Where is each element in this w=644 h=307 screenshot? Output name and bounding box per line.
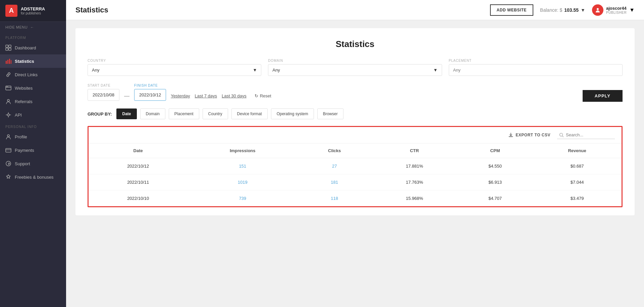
card-title: Statistics [88,39,623,49]
hide-menu-button[interactable]: HIDE MENU ← [0,22,66,33]
domain-label: DOMAIN [268,59,442,62]
cell-cpm: $4.550 [458,158,533,174]
cell-impressions: 1019 [187,174,298,190]
sidebar-item-statistics-label: Statistics [15,59,34,64]
balance-chevron-icon: ▼ [581,7,585,13]
search-box[interactable] [557,131,615,139]
group-tab-date[interactable]: Date [116,108,137,119]
svg-point-13 [7,99,9,101]
reset-label: Reset [260,93,271,98]
sidebar-item-freebies[interactable]: Freebies & bonuses [0,170,66,184]
sidebar-item-referrals-label: Referrals [15,99,33,104]
svg-point-11 [6,86,7,87]
main-area: Statistics ADD WEBSITE Balance: $ 103.55… [66,0,644,307]
cell-impressions: 739 [187,190,298,207]
group-tab-country[interactable]: Country [203,108,228,119]
svg-point-14 [7,114,9,116]
hide-menu-label: HIDE MENU [5,25,28,29]
table-row: 2022/10/10 739 118 15.968% $4.707 $3.479 [89,190,622,207]
country-select[interactable]: Any ▼ [88,64,261,76]
group-tab-domain[interactable]: Domain [140,108,165,119]
domain-select[interactable]: Any ▼ [268,64,442,76]
sidebar-item-support[interactable]: Support [0,157,66,170]
user-area[interactable]: ajoscor44 PUBLISHER ▼ [592,4,635,16]
cell-revenue: $7.044 [533,174,622,190]
svg-rect-5 [9,48,11,50]
search-icon [559,133,564,137]
svg-rect-7 [7,60,8,64]
personal-section-label: PERSONAL INFO [0,122,66,130]
table-toolbar: EXPORT TO CSV [89,127,622,143]
group-by-label: GROUP BY: [88,112,112,117]
svg-rect-2 [6,45,8,47]
apply-button[interactable]: APPLY [583,90,623,102]
filters-row-1: COUNTRY Any ▼ DOMAIN Any ▼ PLACEMENT [88,59,623,76]
statistics-table-wrapper: EXPORT TO CSV Date Impressio [88,126,623,207]
add-website-button[interactable]: ADD WEBSITE [490,4,534,16]
sidebar-item-dashboard[interactable]: Dashboard [0,41,66,54]
export-icon [508,132,514,138]
last30-link[interactable]: Last 30 days [222,93,247,98]
user-avatar [592,4,603,16]
col-impressions: Impressions [187,143,298,158]
group-tab-device-format[interactable]: Device format [231,108,268,119]
yesterday-link[interactable]: Yesterday [171,93,190,98]
sidebar-item-direct-links-label: Direct Links [15,72,38,77]
payments-icon [5,147,11,153]
date-range-dash: — [124,93,129,99]
cell-ctr: 15.968% [371,190,458,207]
sidebar-item-websites-label: Websites [15,86,33,91]
svg-text:A: A [9,7,14,14]
sidebar-item-statistics[interactable]: Statistics [0,54,66,68]
svg-rect-16 [6,148,11,152]
sidebar-item-websites[interactable]: Websites [0,81,66,95]
svg-rect-8 [9,59,10,64]
sidebar-item-support-label: Support [15,161,30,166]
svg-rect-4 [6,48,8,50]
group-tab-placement[interactable]: Placement [169,108,199,119]
sidebar-item-referrals[interactable]: Referrals [0,95,66,108]
statistics-card: Statistics COUNTRY Any ▼ DOMAIN Any ▼ [75,28,635,215]
dates-row: START DATE 2022/10/08 — FINISH DATE 2022… [88,83,623,102]
logo-area: A ADSTERRA for publishers [0,0,66,22]
referrals-icon [5,98,11,104]
finish-date-input[interactable]: 2022/10/12 [134,89,166,101]
sidebar-item-dashboard-label: Dashboard [15,45,36,50]
start-date-input[interactable]: 2022/10/08 [88,89,119,101]
table-row: 2022/10/12 151 27 17.881% $4.550 $0.687 [89,158,622,174]
start-date-label: START DATE [88,84,119,87]
reset-button[interactable]: ↻ Reset [255,93,271,98]
cell-cpm: $4.707 [458,190,533,207]
search-input[interactable] [566,132,613,137]
arrow-left-icon: ← [30,25,34,29]
finish-date-group: FINISH DATE 2022/10/12 [134,84,166,101]
topbar-right: ADD WEBSITE Balance: $ 103.55 ▼ ajoscor4… [490,4,635,16]
svg-point-12 [7,86,8,87]
group-tab-browser[interactable]: Browser [317,108,343,119]
country-value: Any [92,68,99,73]
cell-clicks: 27 [298,158,371,174]
page-title: Statistics [75,6,490,14]
country-filter-group: COUNTRY Any ▼ [88,59,261,76]
cell-date: 2022/10/12 [89,158,187,174]
col-revenue: Revenue [533,143,622,158]
export-csv-button[interactable]: EXPORT TO CSV [508,132,550,138]
balance-area[interactable]: Balance: $ 103.55 ▼ [540,7,585,13]
websites-icon [5,85,11,91]
freebies-icon [5,174,11,180]
sidebar-item-api[interactable]: API [0,108,66,122]
placement-input[interactable] [449,64,623,76]
sidebar-item-profile[interactable]: Profile [0,130,66,143]
cell-clicks: 181 [298,174,371,190]
cell-impressions: 151 [187,158,298,174]
sidebar-item-payments[interactable]: Payments [0,143,66,157]
sidebar-item-direct-links[interactable]: Direct Links [0,68,66,81]
group-tab-os[interactable]: Operating system [271,108,314,119]
domain-filter-group: DOMAIN Any ▼ [268,59,442,76]
group-by-row: GROUP BY: Date Domain Placement Country … [88,108,623,119]
start-date-group: START DATE 2022/10/08 [88,84,119,101]
topbar: Statistics ADD WEBSITE Balance: $ 103.55… [66,0,644,20]
domain-chevron-icon: ▼ [433,68,438,73]
last7-link[interactable]: Last 7 days [195,93,217,98]
col-cpm: CPM [458,143,533,158]
